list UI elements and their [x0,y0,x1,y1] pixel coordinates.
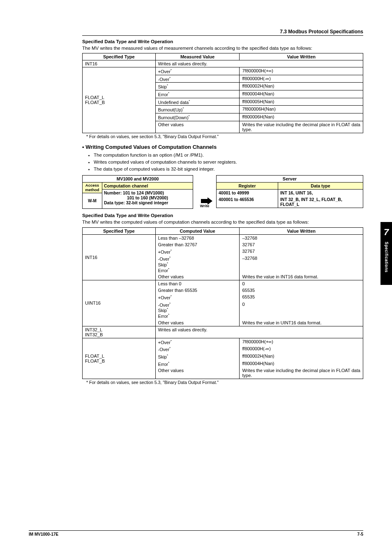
block3-heading: Specified Data Type and Write Operation [82,213,363,218]
b3-g1-r1-cv: Greater than 65535 [155,287,240,294]
b3-g3-r3-vw: ff800004H(Nan) [240,360,363,368]
side-tab-text: Specifications [384,242,389,273]
b1-r5-vw: 7f800006H(Nan) [240,106,363,113]
b1-r3-vw: ff800004H(Nan) [240,90,363,98]
b3-g0-r1-vw: 32767 [240,241,363,248]
chan-l2: 101 to 160 (MV2000) [104,195,191,200]
b3-h2: Value Written [240,227,363,234]
section-header: 7.3 Modbus Protocol Specifications [82,29,363,36]
b1-int16-span: Writes all values directly. [155,60,363,67]
reg-r1: 400001 to 465536 [217,196,278,208]
b1-r6-mv: Burnout(Down)* [155,113,240,121]
block3-footnote: * For details on values, see section 5.3… [82,380,363,385]
b1-r4-vw: ff800005H(Nan) [240,98,363,106]
b1-r1-mv: -Over* [155,75,240,83]
b1-r2-mv: Skip* [155,83,240,90]
chan-l3: Data type: 32-bit signed integer [104,200,191,205]
block3-table: Specified Type Computed Value Value Writ… [82,227,363,379]
b1-float-label: FLOAT_L FLOAT_B [83,67,156,133]
chan-l1: Number: 101 to 124 (MV1000) [104,190,191,195]
access-value: W-M [83,193,102,208]
b3-g2-type: INT32_L INT32_B [83,326,156,338]
b1-r1-vw: ff800000H(-∞) [240,75,363,83]
side-tab: 7 Specifications [380,222,392,285]
dt-r1: INT 32_B, INT 32_L, FLOAT_B, FLOAT_L [278,196,363,208]
b3-g0-r1-cv: Greater than 32767 [155,241,240,248]
b3-g3-r2-cv: Skip* [155,353,240,360]
side-tab-number: 7 [384,227,389,238]
b3-g0-r3-cv: -Over*Skip*Error* [155,255,240,273]
arrow-column: Write [196,175,213,209]
b3-g3-r4-vw: Writes the value including the decimal p… [240,367,363,379]
b3-g1-type: UINT16 [83,280,156,326]
reg-header: Register [217,183,278,190]
b3-g1-r6-cv: Other values [155,319,240,326]
server-title: Server [216,175,363,182]
block3-intro: The MV writes the computed values of com… [82,219,363,225]
dt-header: Data type [278,183,363,190]
b3-g0-r0-cv: Less than –32768 [155,234,240,241]
b3-g0-r3-vw: –32768 [240,255,363,273]
b3-g0-r6-cv: Other values [155,273,240,280]
arrow-icon [201,199,208,203]
b1-r5-mv: Burnout(Up)* [155,106,240,113]
diagram-left-box: MV1000 and MV2000 Access method W-M Comp… [82,175,193,209]
page-footer: IM MV1000-17E 7-5 [29,530,363,536]
b3-g1-r0-vw: 0 [240,280,363,287]
b1-int16-type: INT16 [83,60,156,67]
b1-h1: Measured Value [155,53,240,60]
block2-bullets: The computation function is an option (/… [82,152,363,173]
b3-g1-r3-cv: -Over*Skip*Error* [155,301,240,319]
b1-r0-mv: +Over* [155,67,240,75]
reg-r0: 40001 to 49999 [217,190,278,197]
b3-g1-r6-vw: Writes the value in UINT16 data format. [240,319,363,326]
block1-intro: The MV writes the measured values of mea… [82,45,363,51]
b3-g3-r4-cv: Other values [155,367,240,379]
b3-g0-r2-cv: +Over* [155,248,240,255]
footer-right: 7-5 [357,532,363,536]
block1-footnote: * For details on values, see section 5.3… [82,134,363,139]
block1-table: Specified Type Measured Value Value Writ… [82,53,363,133]
b3-g0-r6-vw: Writes the value in INT16 data format. [240,273,363,280]
b3-g3-r0-vw: 7f800000H(+∞) [240,338,363,345]
b3-g3-r2-vw: ff800002H(Nan) [240,353,363,360]
b2-bullet-2: The data type of computed values is 32-b… [94,166,363,173]
b1-h2: Value Written [240,53,363,60]
b2-bullet-0: The computation function is an option (/… [94,152,363,159]
b3-g1-r2-cv: +Over* [155,294,240,301]
b1-r3-mv: Error* [155,90,240,98]
diagram-left-title: MV1000 and MV2000 [83,176,193,183]
b3-g1-r0-cv: Less than 0 [155,280,240,287]
b3-g3-r1-cv: -Over* [155,345,240,353]
chan-body: Number: 101 to 124 (MV1000) 101 to 160 (… [102,190,193,208]
b3-g0-type: INT16 [83,234,156,280]
b3-g2-span: Writes all values directly. [155,326,363,338]
b3-g1-r2-vw: 65535 [240,294,363,301]
block2-heading: • Writing Computed Values of Computation… [82,144,363,150]
b1-r7-vw: Writes the value including the decimal p… [240,121,363,133]
b3-g0-r2-vw: 32767 [240,248,363,255]
b3-g1-r3-vw: 0 [240,301,363,319]
b1-h0: Specified Type [83,53,156,60]
b3-g1-r1-vw: 65535 [240,287,363,294]
dt-r0: INT 16, UINT 16, [278,190,363,197]
block2-diagram: MV1000 and MV2000 Access method W-M Comp… [82,175,363,209]
b3-g3-type: FLOAT_L FLOAT_B [83,338,156,379]
b3-g3-r0-cv: +Over* [155,338,240,345]
b1-r0-vw: 7f800000H(+∞) [240,67,363,75]
b3-g3-r3-cv: Error* [155,360,240,368]
b1-r4-mv: Undefined data* [155,98,240,106]
footer-left: IM MV1000-17E [29,532,58,536]
b1-r7-mv: Other values [155,121,240,133]
b2-bullet-1: Writes computed values of computation ch… [94,159,363,166]
b3-g0-r0-vw: –32768 [240,234,363,241]
b3-h0: Specified Type [83,227,156,234]
chan-header: Computation channel [102,183,193,190]
b1-r6-vw: ff800006H(Nan) [240,113,363,121]
diagram-right-box: Server Register Data type 40001 to 49999… [216,175,363,209]
b1-r2-vw: ff800002H(Nan) [240,83,363,90]
b3-h1: Computed Value [155,227,240,234]
b3-g3-r1-vw: ff800000H(-∞) [240,345,363,353]
access-header: Access method [83,183,102,193]
block1-heading: Specified Data Type and Write Operation [82,39,363,44]
